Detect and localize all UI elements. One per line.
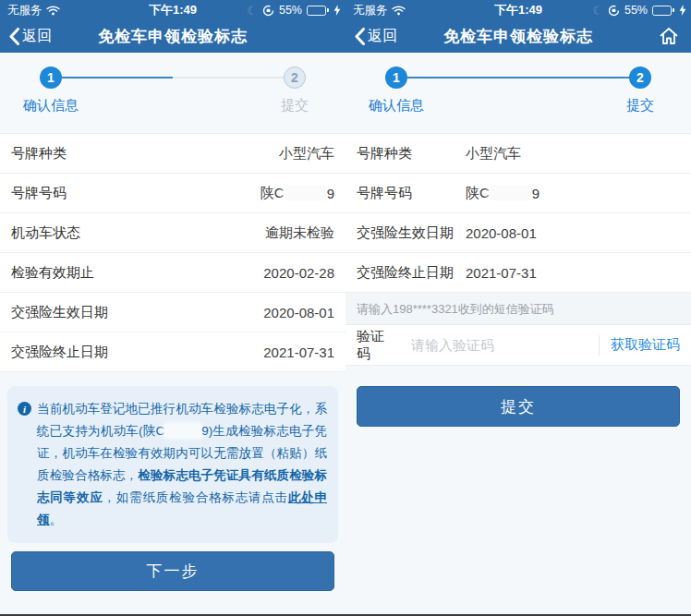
row-value: 2021-07-31 <box>466 265 537 281</box>
step-2-number: 2 <box>291 70 298 85</box>
back-chevron-icon <box>355 28 365 45</box>
row-value: 逾期未检验 <box>265 224 334 242</box>
plate-suffix: 9 <box>532 186 539 201</box>
verification-code-row: 验证码 获取验证码 <box>346 325 691 366</box>
row-label: 检验有效期止 <box>11 264 94 282</box>
info-icon: i <box>18 402 31 416</box>
row-plate-number: 号牌号码 陕C9 <box>0 174 346 213</box>
top-bar: 无服务 下午1:49 ☾ 55% <box>0 0 346 53</box>
row-label: 号牌号码 <box>357 185 466 202</box>
submit-button[interactable]: 提交 <box>357 386 680 427</box>
step-line-idle <box>173 77 284 79</box>
step-2-label: 提交 <box>626 97 654 115</box>
row-vehicle-status: 机动车状态 逾期未检验 <box>0 213 346 253</box>
top-bar: 无服务 下午1:49 ☾ 55% <box>346 0 691 53</box>
back-label: 返回 <box>368 27 397 46</box>
step-1-number: 1 <box>393 70 400 85</box>
step-indicator: 1 2 确认信息 提交 <box>346 53 691 134</box>
page-title: 免检车申领检验标志 <box>346 26 691 47</box>
back-button[interactable]: 返回 <box>0 27 52 46</box>
step-1-label: 确认信息 <box>369 97 424 115</box>
clock: 下午1:49 <box>346 2 691 18</box>
status-bar: 无服务 下午1:49 ☾ 55% <box>0 0 346 20</box>
nav-bar: 返回 免检车申领检验标志 <box>346 20 691 53</box>
row-value: 2020-02-28 <box>263 265 334 281</box>
row-value: 2021-07-31 <box>263 344 334 360</box>
plate-prefix: 陕C <box>261 185 285 202</box>
redaction-smudge <box>491 186 531 200</box>
notice-text: ，如需纸质检验合格标志请点击 <box>103 490 288 504</box>
row-label: 号牌号码 <box>11 185 67 202</box>
row-label: 号牌种类 <box>11 145 67 163</box>
page-title: 免检车申领检验标志 <box>0 26 346 47</box>
row-label: 交强险生效日期 <box>11 304 108 321</box>
row-value: 2020-08-01 <box>466 225 537 241</box>
plate-prefix: 陕C <box>466 185 490 202</box>
notice-text: 。 <box>50 513 63 526</box>
row-value: 陕C9 <box>261 185 334 202</box>
step-2-number: 2 <box>636 70 644 85</box>
nav-bar: 返回 免检车申领检验标志 <box>0 20 346 53</box>
step-line-active <box>62 77 173 79</box>
back-label: 返回 <box>22 27 52 46</box>
row-label: 交强险生效日期 <box>357 224 466 242</box>
row-value: 陕C9 <box>466 185 539 202</box>
next-step-button[interactable]: 下一步 <box>11 551 334 591</box>
row-plate-type: 号牌种类 小型汽车 <box>0 134 346 174</box>
step-indicator: 1 2 确认信息 提交 <box>0 53 346 134</box>
clock: 下午1:49 <box>0 2 346 18</box>
step-1-label: 确认信息 <box>23 97 79 115</box>
row-insurance-end: 交强险终止日期 2021-07-31 <box>346 253 691 293</box>
step-1-circle: 1 <box>40 66 62 89</box>
sms-code-hint: 请输入198****3321收到的短信验证码 <box>346 293 691 325</box>
redaction-smudge <box>164 425 201 437</box>
step-line-active <box>407 77 629 79</box>
row-insurance-start: 交强险生效日期 2020-08-01 <box>346 213 691 253</box>
two-screen-composite: 无服务 下午1:49 ☾ 55% <box>0 0 691 616</box>
back-chevron-icon <box>9 28 19 45</box>
step-2-circle: 2 <box>629 66 651 89</box>
vertical-divider <box>599 335 600 356</box>
e-certificate-notice: i当前机动车登记地已推行机动车检验标志电子化，系统已支持为机动车(陕C9)生成检… <box>7 386 338 543</box>
back-button[interactable]: 返回 <box>346 27 397 46</box>
row-label: 号牌种类 <box>357 145 466 163</box>
row-plate-type: 号牌种类 小型汽车 <box>346 134 691 174</box>
get-code-button[interactable]: 获取验证码 <box>611 336 680 354</box>
home-icon <box>658 25 680 47</box>
row-insurance-end: 交强险终止日期 2021-07-31 <box>0 332 346 372</box>
code-label: 验证码 <box>357 328 394 363</box>
row-value: 小型汽车 <box>279 145 334 163</box>
row-plate-number: 号牌号码 陕C9 <box>346 174 691 213</box>
row-label: 机动车状态 <box>11 224 80 242</box>
plate-suffix: 9 <box>327 186 334 201</box>
row-inspection-expiry: 检验有效期止 2020-02-28 <box>0 253 346 293</box>
step-1-number: 1 <box>47 70 55 85</box>
screen-confirm-info: 无服务 下午1:49 ☾ 55% <box>0 0 346 616</box>
row-label: 交强险终止日期 <box>357 264 466 282</box>
home-button[interactable] <box>658 25 680 47</box>
row-value: 2020-08-01 <box>263 305 334 320</box>
row-label: 交强险终止日期 <box>11 344 108 361</box>
step-2-circle: 2 <box>284 66 306 89</box>
redaction-smudge <box>285 186 326 200</box>
step-1-circle: 1 <box>385 66 407 89</box>
vehicle-info-list: 号牌种类 小型汽车 号牌号码 陕C9 交强险生效日期 2020-08-01 交强… <box>346 134 691 293</box>
verification-code-input[interactable] <box>411 337 595 353</box>
row-insurance-start: 交强险生效日期 2020-08-01 <box>0 293 346 332</box>
screen-submit: 无服务 下午1:49 ☾ 55% <box>346 0 691 616</box>
step-2-label: 提交 <box>281 97 309 115</box>
row-value: 小型汽车 <box>466 145 521 163</box>
status-bar: 无服务 下午1:49 ☾ 55% <box>346 0 691 20</box>
vehicle-info-list: 号牌种类 小型汽车 号牌号码 陕C9 机动车状态 逾期未检验 检验有效期止 20… <box>0 134 346 372</box>
